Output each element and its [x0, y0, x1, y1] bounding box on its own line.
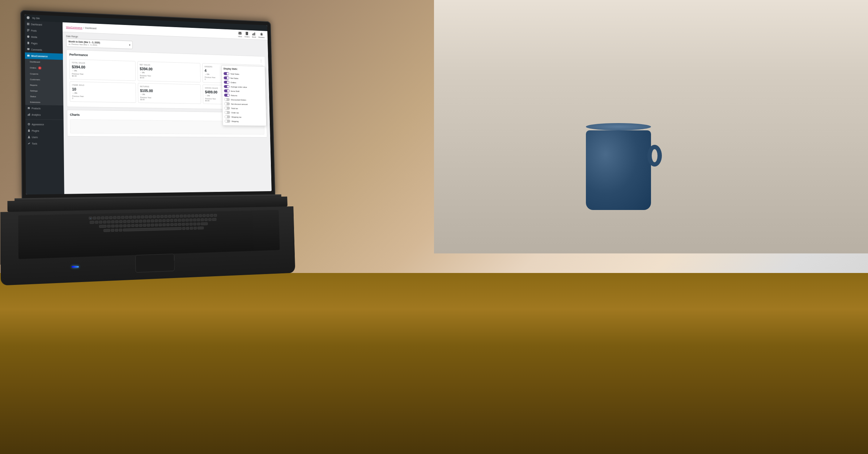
key[interactable] — [187, 215, 191, 218]
date-range-dropdown[interactable]: Month to Date (Mar 1 - 3, 2020) vs. Prev… — [66, 38, 133, 49]
key[interactable] — [162, 219, 166, 222]
key[interactable] — [182, 227, 186, 230]
key[interactable] — [203, 214, 206, 217]
key[interactable] — [157, 215, 160, 218]
sidebar-item-analytics[interactable]: Analytics — [25, 111, 64, 118]
key[interactable] — [162, 223, 166, 226]
key[interactable] — [155, 219, 158, 222]
key[interactable] — [168, 215, 171, 218]
sidebar-item-plugins[interactable]: Plugins — [25, 127, 64, 134]
key[interactable] — [111, 229, 114, 232]
toggle-total-sales[interactable] — [224, 72, 229, 75]
key[interactable] — [101, 217, 104, 219]
key[interactable] — [117, 216, 120, 219]
trackpad[interactable] — [135, 254, 175, 273]
top-icon-stock[interactable]: Stock — [252, 32, 256, 38]
key[interactable] — [197, 223, 200, 226]
toggle-items-sold[interactable] — [224, 89, 229, 93]
key[interactable] — [186, 223, 189, 226]
key[interactable] — [170, 219, 174, 222]
key[interactable] — [172, 215, 175, 218]
key[interactable] — [99, 225, 107, 228]
key[interactable] — [131, 220, 134, 223]
key[interactable] — [170, 223, 174, 226]
key[interactable] — [139, 224, 142, 227]
key[interactable] — [115, 220, 118, 223]
top-icon-inbox[interactable]: Inbox — [238, 31, 242, 38]
key[interactable] — [161, 215, 164, 218]
key[interactable] — [178, 219, 181, 222]
key[interactable] — [193, 223, 196, 226]
key[interactable] — [151, 224, 154, 227]
key[interactable] — [204, 218, 208, 221]
key[interactable] — [153, 215, 156, 218]
key[interactable] — [147, 224, 150, 227]
key[interactable] — [174, 223, 177, 226]
key[interactable] — [158, 219, 162, 222]
key[interactable] — [178, 223, 181, 226]
key[interactable] — [109, 216, 112, 219]
toggle-shipping[interactable] — [225, 119, 230, 122]
toggle-net-sales[interactable] — [224, 76, 229, 80]
key[interactable] — [186, 227, 189, 230]
key[interactable] — [99, 221, 102, 224]
key[interactable] — [182, 219, 185, 222]
top-icon-reviews[interactable]: Reviews — [258, 32, 265, 38]
key[interactable] — [137, 216, 140, 219]
key[interactable] — [176, 215, 179, 218]
key[interactable] — [105, 216, 108, 219]
key[interactable] — [119, 220, 122, 223]
key[interactable] — [97, 217, 100, 219]
key[interactable] — [119, 224, 123, 227]
key[interactable] — [125, 216, 128, 219]
key[interactable] — [141, 215, 144, 218]
key[interactable] — [139, 220, 142, 223]
key[interactable] — [166, 219, 170, 222]
key[interactable] — [143, 224, 146, 227]
key[interactable] — [212, 218, 216, 221]
key[interactable] — [129, 216, 132, 219]
admin-bar-site[interactable]: My Site — [32, 17, 40, 20]
top-icon-orders[interactable]: Orders — [244, 31, 250, 38]
key[interactable] — [135, 224, 138, 227]
key[interactable] — [127, 220, 130, 223]
toggle-discounted-orders[interactable] — [224, 98, 230, 101]
key[interactable] — [111, 220, 114, 223]
key[interactable] — [127, 224, 131, 227]
key[interactable] — [166, 223, 170, 226]
key[interactable] — [199, 214, 202, 217]
key[interactable] — [186, 219, 189, 222]
key[interactable] — [197, 218, 200, 221]
key[interactable] — [201, 222, 208, 225]
toggle-returns[interactable] — [224, 94, 230, 97]
sidebar-item-tools[interactable]: Tools — [25, 140, 64, 147]
key[interactable] — [190, 219, 193, 222]
key[interactable] — [147, 219, 150, 222]
key[interactable] — [145, 215, 148, 218]
key[interactable] — [193, 227, 197, 230]
key-shift-left[interactable] — [103, 229, 110, 232]
key[interactable] — [143, 220, 146, 223]
sidebar-item-products[interactable]: Products — [25, 105, 64, 112]
key[interactable] — [214, 214, 217, 217]
key[interactable] — [190, 227, 193, 230]
key[interactable] — [93, 217, 96, 219]
key[interactable] — [210, 214, 213, 217]
sidebar-item-appearance[interactable]: Appearance — [25, 121, 64, 128]
toggle-shipping-tax[interactable] — [225, 115, 230, 118]
key[interactable] — [151, 219, 154, 222]
key[interactable] — [113, 216, 116, 219]
sidebar-item-users[interactable]: Users — [25, 134, 64, 140]
key[interactable] — [208, 218, 212, 221]
key[interactable] — [111, 224, 114, 227]
key[interactable] — [174, 219, 177, 222]
key[interactable] — [121, 216, 124, 219]
section-menu-icon[interactable]: ⋮ — [260, 59, 263, 63]
sidebar-item-woo-status[interactable]: Status — [25, 93, 63, 100]
key[interactable] — [115, 224, 118, 227]
key[interactable] — [159, 223, 162, 226]
toggle-total-tax[interactable] — [224, 106, 230, 110]
key[interactable] — [183, 215, 187, 218]
key-shift-right[interactable] — [197, 227, 204, 230]
key[interactable] — [190, 223, 193, 226]
